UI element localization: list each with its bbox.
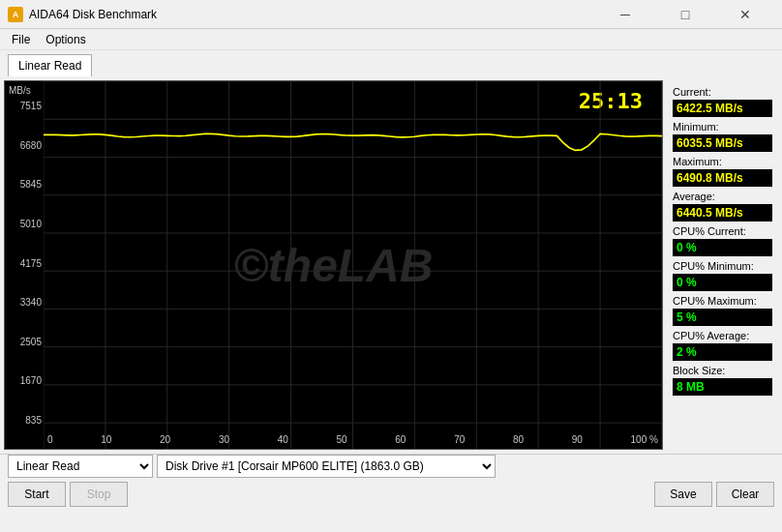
- menu-bar: File Options: [0, 29, 782, 50]
- current-label: Current:: [673, 86, 772, 98]
- y-label-2505: 2505: [7, 337, 42, 347]
- minimum-value: 6035.5 MB/s: [673, 134, 772, 152]
- clear-button[interactable]: Clear: [716, 482, 774, 507]
- cpu-minimum-label: CPU% Minimum:: [673, 260, 772, 272]
- y-axis: 7515 6680 5845 5010 4175 3340 2505 1670 …: [5, 97, 44, 429]
- x-label-0: 0: [47, 434, 53, 445]
- y-label-6680: 6680: [7, 140, 42, 151]
- y-label-835: 835: [7, 415, 42, 426]
- x-label-80: 80: [513, 434, 524, 445]
- app-icon: A: [8, 7, 23, 22]
- cpu-maximum-value: 5 %: [673, 309, 772, 326]
- menu-options[interactable]: Options: [38, 31, 93, 48]
- maximize-button[interactable]: □: [656, 5, 714, 24]
- y-label-3340: 3340: [7, 297, 42, 308]
- x-label-10: 10: [101, 434, 111, 445]
- title-bar-left: A AIDA64 Disk Benchmark: [8, 7, 157, 22]
- bottom-controls: Linear Read Random Read Buffered Read Av…: [0, 454, 782, 506]
- x-axis: 0 10 20 30 40 50 60 70 80 90 100 %: [44, 429, 662, 449]
- close-button[interactable]: ✕: [716, 5, 774, 24]
- stats-panel: Current: 6422.5 MB/s Minimum: 6035.5 MB/…: [667, 80, 778, 450]
- main-content: ©theLAB 25:13 MB/s 7515 6680 5845 5010 4…: [0, 76, 782, 454]
- x-label-90: 90: [572, 434, 583, 445]
- stop-button[interactable]: Stop: [70, 482, 128, 507]
- save-button[interactable]: Save: [654, 482, 712, 507]
- minimize-button[interactable]: ─: [596, 5, 654, 24]
- maximum-label: Maximum:: [673, 156, 772, 167]
- current-value: 6422.5 MB/s: [673, 100, 772, 117]
- blocksize-label: Block Size:: [673, 365, 772, 376]
- average-value: 6440.5 MB/s: [673, 204, 772, 222]
- bottom-row1: Linear Read Random Read Buffered Read Av…: [8, 455, 774, 478]
- bottom-row2: Start Stop Save Clear: [8, 482, 774, 507]
- y-label-4175: 4175: [7, 258, 42, 269]
- x-label-60: 60: [395, 434, 406, 445]
- cpu-minimum-value: 0 %: [673, 274, 772, 291]
- x-label-50: 50: [337, 434, 347, 445]
- cpu-average-value: 2 %: [673, 343, 772, 361]
- start-button[interactable]: Start: [8, 482, 66, 507]
- tab-linear-read[interactable]: Linear Read: [8, 54, 92, 76]
- disk-select[interactable]: Disk Drive #1 [Corsair MP600 ELITE] (186…: [157, 455, 496, 478]
- y-label-5010: 5010: [7, 219, 42, 229]
- title-bar: A AIDA64 Disk Benchmark ─ □ ✕: [0, 0, 782, 29]
- minimum-label: Minimum:: [673, 121, 772, 133]
- average-label: Average:: [673, 191, 772, 202]
- cpu-average-label: CPU% Average:: [673, 330, 772, 341]
- chart-svg: [44, 81, 662, 450]
- x-label-40: 40: [278, 434, 288, 445]
- x-label-30: 30: [219, 434, 229, 445]
- cpu-current-value: 0 %: [673, 239, 772, 256]
- window-controls: ─ □ ✕: [596, 5, 774, 24]
- tab-area: Linear Read: [0, 50, 782, 76]
- chart-container: ©theLAB 25:13 MB/s 7515 6680 5845 5010 4…: [4, 80, 663, 450]
- y-axis-title: MB/s: [9, 85, 31, 96]
- window-title: AIDA64 Disk Benchmark: [29, 8, 157, 21]
- maximum-value: 6490.8 MB/s: [673, 169, 772, 187]
- test-select[interactable]: Linear Read Random Read Buffered Read Av…: [8, 455, 153, 478]
- menu-file[interactable]: File: [4, 31, 38, 48]
- y-label-7515: 7515: [7, 101, 42, 111]
- blocksize-value: 8 MB: [673, 378, 772, 396]
- x-label-100: 100 %: [631, 434, 658, 445]
- x-label-20: 20: [160, 434, 170, 445]
- cpu-current-label: CPU% Current:: [673, 225, 772, 237]
- cpu-maximum-label: CPU% Maximum:: [673, 295, 772, 307]
- y-label-5845: 5845: [7, 179, 42, 190]
- x-label-70: 70: [454, 434, 465, 445]
- y-label-1670: 1670: [7, 375, 42, 386]
